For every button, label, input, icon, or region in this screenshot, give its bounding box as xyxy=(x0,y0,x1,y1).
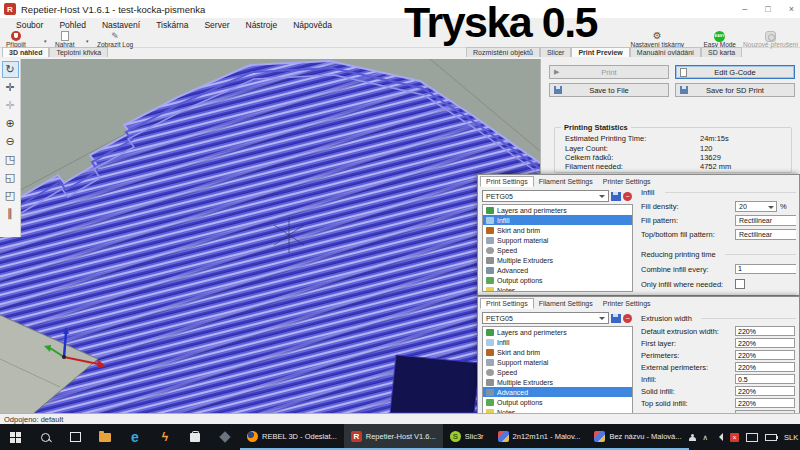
save-profile-icon[interactable] xyxy=(611,314,621,323)
extrusion-row-input[interactable] xyxy=(735,374,795,384)
list-item-layers[interactable]: Layers and perimeters xyxy=(483,327,632,337)
menu-napoveda[interactable]: Nápověda xyxy=(285,20,340,30)
battery-icon[interactable] xyxy=(765,434,777,441)
easy-mode-button[interactable]: EASY Easy Mode xyxy=(703,31,736,48)
save-profile-icon[interactable] xyxy=(611,192,621,201)
task-view-button[interactable] xyxy=(60,424,90,450)
store-button[interactable] xyxy=(180,424,210,450)
extrusion-row-input[interactable] xyxy=(735,386,795,396)
menu-pohled[interactable]: Pohled xyxy=(51,20,93,30)
edge-button[interactable]: e xyxy=(120,424,150,450)
tab-slicer[interactable]: Slicer xyxy=(540,47,572,57)
show-log-button[interactable]: ✎ Zobrazit Log xyxy=(97,31,133,48)
taskbar-app-paint-2[interactable]: Bez názvu - Malová... xyxy=(587,424,688,450)
combine-infill-input[interactable] xyxy=(735,264,796,274)
top-bottom-pattern-select[interactable]: Rectilinear xyxy=(735,229,796,240)
move-viewpoint-button[interactable]: ✛ xyxy=(2,97,19,114)
list-item-advanced[interactable]: Advanced xyxy=(483,387,632,397)
save-to-file-button[interactable]: Save to File xyxy=(549,83,669,97)
list-item-skirt[interactable]: Skirt and brim xyxy=(483,225,632,235)
parallel-projection-button[interactable]: ∥ xyxy=(2,205,19,222)
list-item-advanced[interactable]: Advanced xyxy=(483,265,632,275)
tab-print-settings[interactable]: Print Settings xyxy=(480,298,534,309)
list-item-speed[interactable]: Speed xyxy=(483,245,632,255)
people-icon[interactable] xyxy=(689,434,696,441)
menu-tiskarna[interactable]: Tiskárna xyxy=(148,20,196,30)
close-button[interactable]: × xyxy=(789,4,794,14)
tab-sd-karta[interactable]: SD karta xyxy=(701,47,742,57)
taskbar-app-repetier[interactable]: R Repetier-Host V1.6... xyxy=(344,424,443,450)
extrusion-row-input[interactable] xyxy=(735,338,795,348)
tab-print-settings[interactable]: Print Settings xyxy=(480,176,534,187)
language-indicator[interactable]: SLK xyxy=(784,433,798,442)
taskbar-app-slic3r[interactable]: S Slic3r xyxy=(443,424,491,450)
tab-filament-settings[interactable]: Filament Settings xyxy=(534,299,598,308)
print-button[interactable]: ▶ Print xyxy=(549,65,669,79)
rotate-view-button[interactable]: ↻ xyxy=(2,61,19,78)
profile-select[interactable]: PETG05 xyxy=(482,312,609,324)
tab-3d-nahled[interactable]: 3D náhled xyxy=(2,47,49,57)
list-item-speed[interactable]: Speed xyxy=(483,367,632,377)
profile-select[interactable]: PETG05 xyxy=(482,190,609,202)
tab-teplotni-krivka[interactable]: Teplotní křivka xyxy=(49,47,108,57)
front-view-button[interactable]: ◱ xyxy=(2,169,19,186)
minimize-button[interactable]: – xyxy=(742,4,747,14)
menu-server[interactable]: Server xyxy=(196,20,237,30)
list-item-support[interactable]: Support material xyxy=(483,235,632,245)
speaker-icon[interactable] xyxy=(715,433,723,441)
gcode-preview-viewport[interactable]: ↻ ✛ ✛ ⊕ ⊖ ◳ ◱ ◰ ∥ xyxy=(0,59,540,413)
printer-settings-button[interactable]: ⚙ Nastavení tiskárny xyxy=(631,31,684,48)
connect-button[interactable]: Připojit xyxy=(6,31,26,48)
list-item-skirt[interactable]: Skirt and brim xyxy=(483,347,632,357)
tray-app-icon[interactable]: × xyxy=(730,433,739,442)
list-item-support[interactable]: Support material xyxy=(483,357,632,367)
list-item-layers[interactable]: Layers and perimeters xyxy=(483,205,632,215)
tab-rozmisteni-objektu[interactable]: Rozmístění objektů xyxy=(466,47,540,57)
move-object-button[interactable]: ✛ xyxy=(2,79,19,96)
extrusion-row-input[interactable] xyxy=(735,398,795,408)
tab-printer-settings[interactable]: Printer Settings xyxy=(598,177,656,186)
only-infill-checkbox[interactable] xyxy=(735,279,745,289)
list-item-infill[interactable]: Infill xyxy=(483,215,632,225)
isometric-view-button[interactable]: ◳ xyxy=(2,151,19,168)
menu-soubor[interactable]: Soubor xyxy=(8,20,51,30)
gcode-preview-canvas[interactable] xyxy=(0,59,540,413)
extrusion-row-input[interactable] xyxy=(735,362,795,372)
list-item-extruders[interactable]: Multiple Extruders xyxy=(483,255,632,265)
zoom-out-button[interactable]: ⊖ xyxy=(2,133,19,150)
zoom-in-button[interactable]: ⊕ xyxy=(2,115,19,132)
fill-pattern-select[interactable]: Rectilinear xyxy=(735,215,796,226)
load-button[interactable]: Nahrát xyxy=(55,31,75,48)
fill-density-select[interactable]: 20 xyxy=(735,201,777,212)
edit-gcode-button[interactable]: Edit G-Code xyxy=(675,65,795,79)
delete-profile-icon[interactable]: − xyxy=(623,314,632,323)
tray-expand-chevron[interactable]: ∧ xyxy=(703,433,709,442)
load-dropdown-arrow[interactable]: ▾ xyxy=(86,38,89,44)
maximize-button[interactable]: □ xyxy=(765,4,770,14)
tab-printer-settings[interactable]: Printer Settings xyxy=(598,299,656,308)
tab-filament-settings[interactable]: Filament Settings xyxy=(534,177,598,186)
menu-nastaveni[interactable]: Nastavení xyxy=(94,20,148,30)
top-view-button[interactable]: ◰ xyxy=(2,187,19,204)
list-item-infill[interactable]: Infill xyxy=(483,337,632,347)
delete-profile-icon[interactable]: − xyxy=(623,192,632,201)
list-item-output[interactable]: Output options xyxy=(483,397,632,407)
network-display-icon[interactable] xyxy=(746,433,758,442)
taskbar-app-firefox[interactable]: REBEL 3D - Odeslat... xyxy=(240,424,344,450)
file-explorer-button[interactable] xyxy=(90,424,120,450)
list-item-extruders[interactable]: Multiple Extruders xyxy=(483,377,632,387)
menu-nastroje[interactable]: Nástroje xyxy=(238,20,286,30)
taskbar-app-paint-1[interactable]: 2n12m1n1 - Malov... xyxy=(491,424,588,450)
taskbar-search-button[interactable] xyxy=(30,424,60,450)
list-item-output[interactable]: Output options xyxy=(483,275,632,285)
winamp-button[interactable]: ϟ xyxy=(150,424,180,450)
start-button[interactable] xyxy=(0,424,30,450)
extrusion-row-input[interactable] xyxy=(735,326,795,336)
connect-dropdown-arrow[interactable]: ▾ xyxy=(44,38,47,44)
list-item-notes[interactable]: Notes xyxy=(483,285,632,292)
extrusion-row-input[interactable] xyxy=(735,350,795,360)
builder-3d-button[interactable] xyxy=(210,424,240,450)
save-for-sd-button[interactable]: Save for SD Print xyxy=(675,83,795,97)
tab-print-preview[interactable]: Print Preview xyxy=(571,47,629,57)
tab-manualni-ovladani[interactable]: Manuální ovládání xyxy=(630,47,701,57)
